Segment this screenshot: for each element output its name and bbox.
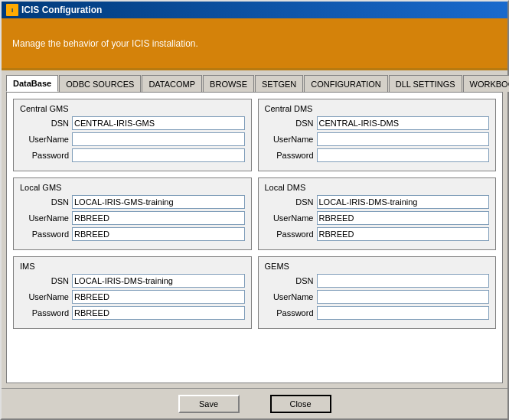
input-ims-username[interactable]: [72, 290, 245, 304]
section-title-central-dms: Central DMS: [265, 104, 490, 113]
label-cdms-username: UserName: [265, 135, 317, 144]
tab-database[interactable]: DataBase: [6, 75, 58, 92]
label-ims-password: Password: [20, 308, 72, 317]
section-gems: GEMS DSN UserName Password: [258, 256, 497, 329]
label-ldms-dsn: DSN: [265, 197, 317, 207]
label-cgms-password: Password: [20, 151, 72, 160]
section-title-central-gms: Central GMS: [20, 104, 245, 113]
tabs-row: DataBase ODBC SOURCES DATACOMP BROWSE SE…: [6, 75, 503, 92]
input-cdms-password[interactable]: [317, 148, 490, 162]
label-cdms-password: Password: [265, 151, 317, 160]
sections-row-3: IMS DSN UserName Password: [13, 256, 496, 329]
banner: Manage the behavior of your ICIS install…: [2, 18, 507, 68]
input-lgms-password[interactable]: [72, 227, 245, 241]
window-title: ICIS Configuration: [21, 5, 102, 15]
label-gems-password: Password: [265, 308, 317, 317]
section-title-local-gms: Local GMS: [20, 183, 245, 192]
section-title-gems: GEMS: [265, 262, 490, 271]
tab-panel-database: Central GMS DSN UserName Password: [6, 92, 503, 383]
input-cdms-username[interactable]: [317, 132, 490, 146]
label-lgms-dsn: DSN: [20, 197, 72, 207]
field-row-lgms-password: Password: [20, 227, 245, 241]
close-button[interactable]: Close: [270, 395, 331, 413]
input-cgms-username[interactable]: [72, 132, 245, 146]
field-row-ldms-username: UserName: [265, 211, 490, 225]
section-ims: IMS DSN UserName Password: [13, 256, 252, 329]
tab-configuration[interactable]: CONFIGURATION: [304, 75, 387, 92]
tab-setgen[interactable]: SETGEN: [255, 75, 303, 92]
section-local-gms: Local GMS DSN UserName Password: [13, 177, 252, 250]
field-row-cgms-password: Password: [20, 148, 245, 162]
input-ldms-dsn[interactable]: [317, 195, 490, 209]
field-row-lgms-username: UserName: [20, 211, 245, 225]
input-gems-username[interactable]: [317, 290, 490, 304]
field-row-ims-username: UserName: [20, 290, 245, 304]
label-gems-username: UserName: [265, 292, 317, 301]
input-lgms-username[interactable]: [72, 211, 245, 225]
field-row-cdms-password: Password: [265, 148, 490, 162]
section-central-gms: Central GMS DSN UserName Password: [13, 99, 252, 171]
label-ldms-password: Password: [265, 230, 317, 239]
title-bar: I ICIS Configuration: [2, 2, 507, 18]
input-ims-password[interactable]: [72, 306, 245, 320]
input-cdms-dsn[interactable]: [317, 116, 490, 130]
label-cgms-dsn: DSN: [20, 119, 72, 128]
field-row-gems-dsn: DSN: [265, 274, 490, 288]
field-row-ims-password: Password: [20, 306, 245, 320]
tab-odbc-sources[interactable]: ODBC SOURCES: [59, 75, 141, 92]
label-lgms-password: Password: [20, 230, 72, 239]
field-row-cdms-dsn: DSN: [265, 116, 490, 130]
section-central-dms: Central DMS DSN UserName Password: [258, 99, 497, 171]
label-gems-dsn: DSN: [265, 276, 317, 285]
field-row-cgms-dsn: DSN: [20, 116, 245, 130]
field-row-cgms-username: UserName: [20, 132, 245, 146]
label-ldms-username: UserName: [265, 213, 317, 223]
sections-row-1: Central GMS DSN UserName Password: [13, 99, 496, 171]
input-ldms-username[interactable]: [317, 211, 490, 225]
content-area: DataBase ODBC SOURCES DATACOMP BROWSE SE…: [2, 70, 507, 388]
input-cgms-dsn[interactable]: [72, 116, 245, 130]
main-window: I ICIS Configuration Manage the behavior…: [0, 0, 509, 420]
input-ldms-password[interactable]: [317, 227, 490, 241]
tab-datacomp[interactable]: DATACOMP: [142, 75, 202, 92]
input-cgms-password[interactable]: [72, 148, 245, 162]
label-cgms-username: UserName: [20, 135, 72, 144]
label-ims-username: UserName: [20, 292, 72, 301]
input-lgms-dsn[interactable]: [72, 195, 245, 209]
tab-workbook[interactable]: WORKBOOK: [463, 75, 509, 92]
tab-browse[interactable]: BROWSE: [203, 75, 254, 92]
field-row-gems-username: UserName: [265, 290, 490, 304]
field-row-gems-password: Password: [265, 306, 490, 320]
field-row-ldms-dsn: DSN: [265, 195, 490, 209]
bottom-bar: Save Close: [2, 388, 507, 418]
section-title-ims: IMS: [20, 262, 245, 271]
label-lgms-username: UserName: [20, 213, 72, 223]
field-row-cdms-username: UserName: [265, 132, 490, 146]
sections-row-2: Local GMS DSN UserName Password: [13, 177, 496, 250]
field-row-ldms-password: Password: [265, 227, 490, 241]
input-ims-dsn[interactable]: [72, 274, 245, 288]
section-title-local-dms: Local DMS: [265, 183, 490, 192]
input-gems-dsn[interactable]: [317, 274, 490, 288]
tab-dll-settings[interactable]: DLL SETTINGS: [389, 75, 462, 92]
field-row-lgms-dsn: DSN: [20, 195, 245, 209]
field-row-ims-dsn: DSN: [20, 274, 245, 288]
banner-text: Manage the behavior of your ICIS install…: [12, 38, 198, 49]
label-cdms-dsn: DSN: [265, 119, 317, 128]
section-local-dms: Local DMS DSN UserName Password: [258, 177, 497, 250]
input-gems-password[interactable]: [317, 306, 490, 320]
window-icon: I: [6, 4, 18, 16]
save-button[interactable]: Save: [178, 395, 240, 413]
label-ims-dsn: DSN: [20, 276, 72, 285]
